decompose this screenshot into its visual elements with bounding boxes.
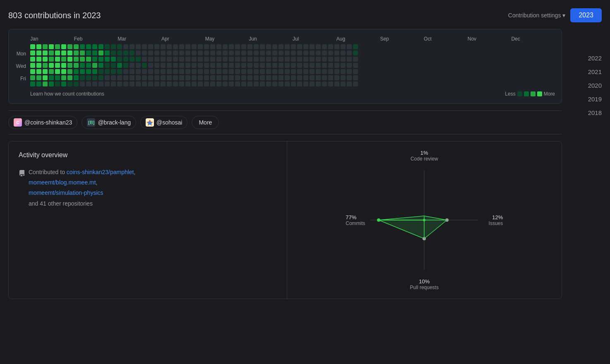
day-cell[interactable] (173, 57, 178, 62)
day-cell[interactable] (328, 50, 333, 55)
day-cell[interactable] (86, 69, 91, 74)
current-year-button[interactable]: 2023 (570, 8, 602, 22)
day-cell[interactable] (241, 57, 246, 62)
day-cell[interactable] (30, 75, 35, 80)
day-cell[interactable] (353, 69, 358, 74)
day-cell[interactable] (142, 44, 147, 49)
day-cell[interactable] (136, 50, 141, 55)
day-cell[interactable] (198, 50, 203, 55)
day-cell[interactable] (123, 44, 128, 49)
day-cell[interactable] (310, 44, 315, 49)
day-cell[interactable] (210, 81, 215, 86)
day-cell[interactable] (55, 75, 60, 80)
day-cell[interactable] (36, 63, 41, 68)
day-cell[interactable] (316, 63, 321, 68)
day-cell[interactable] (192, 81, 197, 86)
day-cell[interactable] (123, 50, 128, 55)
day-cell[interactable] (297, 69, 302, 74)
day-cell[interactable] (67, 63, 72, 68)
day-cell[interactable] (154, 50, 159, 55)
day-cell[interactable] (154, 69, 159, 74)
day-cell[interactable] (61, 57, 66, 62)
org-badge-coins[interactable]: C @coins-shinkan23 (8, 116, 77, 129)
day-cell[interactable] (49, 57, 54, 62)
day-cell[interactable] (198, 75, 203, 80)
day-cell[interactable] (285, 50, 290, 55)
day-cell[interactable] (179, 75, 184, 80)
day-cell[interactable] (74, 69, 79, 74)
day-cell[interactable] (316, 81, 321, 86)
day-cell[interactable] (179, 57, 184, 62)
day-cell[interactable] (30, 44, 35, 49)
day-cell[interactable] (123, 57, 128, 62)
day-cell[interactable] (30, 50, 35, 55)
day-cell[interactable] (185, 69, 190, 74)
day-cell[interactable] (272, 81, 277, 86)
day-cell[interactable] (179, 69, 184, 74)
day-cell[interactable] (136, 81, 141, 86)
day-cell[interactable] (285, 81, 290, 86)
day-cell[interactable] (36, 57, 41, 62)
day-cell[interactable] (192, 69, 197, 74)
day-cell[interactable] (111, 44, 116, 49)
day-cell[interactable] (303, 63, 308, 68)
day-cell[interactable] (136, 63, 141, 68)
day-cell[interactable] (216, 81, 221, 86)
day-cell[interactable] (154, 75, 159, 80)
day-cell[interactable] (105, 50, 110, 55)
day-cell[interactable] (353, 50, 358, 55)
day-cell[interactable] (198, 69, 203, 74)
day-cell[interactable] (266, 50, 271, 55)
day-cell[interactable] (49, 63, 54, 68)
day-cell[interactable] (161, 57, 166, 62)
day-cell[interactable] (55, 63, 60, 68)
day-cell[interactable] (260, 57, 265, 62)
day-cell[interactable] (260, 81, 265, 86)
day-cell[interactable] (36, 81, 41, 86)
day-cell[interactable] (266, 81, 271, 86)
day-cell[interactable] (210, 63, 215, 68)
day-cell[interactable] (297, 81, 302, 86)
day-cell[interactable] (111, 81, 116, 86)
day-cell[interactable] (229, 75, 234, 80)
day-cell[interactable] (279, 63, 283, 68)
day-cell[interactable] (74, 44, 79, 49)
day-cell[interactable] (198, 57, 203, 62)
day-cell[interactable] (216, 69, 221, 74)
day-cell[interactable] (210, 57, 215, 62)
day-cell[interactable] (210, 75, 215, 80)
year-link-2020[interactable]: 2020 (569, 81, 602, 90)
day-cell[interactable] (67, 75, 72, 80)
day-cell[interactable] (303, 44, 308, 49)
day-cell[interactable] (260, 69, 265, 74)
day-cell[interactable] (123, 63, 128, 68)
day-cell[interactable] (229, 44, 234, 49)
day-cell[interactable] (111, 75, 116, 80)
day-cell[interactable] (235, 75, 240, 80)
day-cell[interactable] (43, 50, 48, 55)
day-cell[interactable] (154, 81, 159, 86)
day-cell[interactable] (80, 69, 85, 74)
day-cell[interactable] (185, 75, 190, 80)
day-cell[interactable] (98, 44, 103, 49)
day-cell[interactable] (235, 63, 240, 68)
day-cell[interactable] (303, 75, 308, 80)
day-cell[interactable] (235, 57, 240, 62)
day-cell[interactable] (310, 75, 315, 80)
day-cell[interactable] (43, 69, 48, 74)
day-cell[interactable] (130, 50, 134, 55)
day-cell[interactable] (30, 69, 35, 74)
org-badge-sohosai[interactable]: @sohosai (140, 116, 187, 129)
day-cell[interactable] (223, 57, 228, 62)
day-cell[interactable] (223, 44, 228, 49)
day-cell[interactable] (347, 57, 352, 62)
day-cell[interactable] (316, 75, 321, 80)
day-cell[interactable] (98, 50, 103, 55)
day-cell[interactable] (111, 57, 116, 62)
day-cell[interactable] (167, 81, 172, 86)
day-cell[interactable] (161, 44, 166, 49)
day-cell[interactable] (279, 57, 283, 62)
day-cell[interactable] (334, 69, 339, 74)
day-cell[interactable] (229, 50, 234, 55)
day-cell[interactable] (241, 69, 246, 74)
